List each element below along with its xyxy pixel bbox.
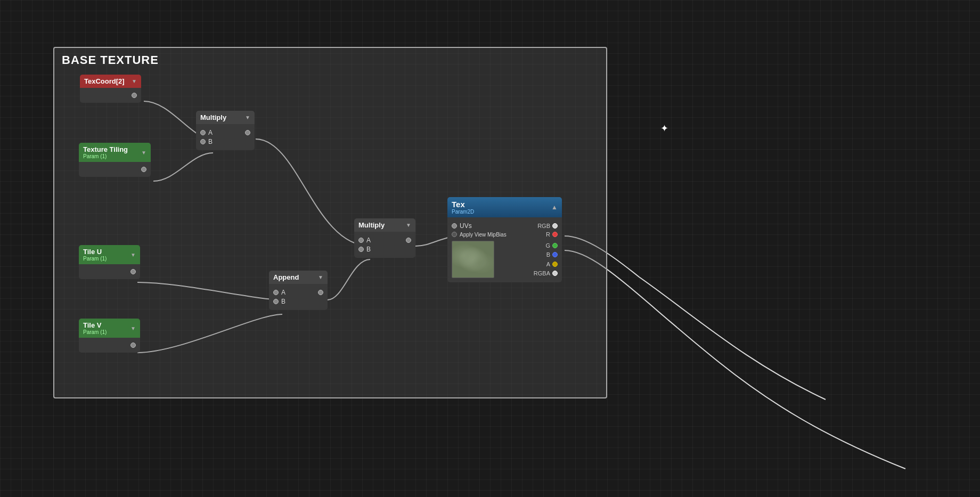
tex-param-rgba-label: RGBA [534,270,550,276]
tex-param-b-out-pin [552,252,558,257]
tile-v-dropdown-icon[interactable]: ▼ [130,325,136,331]
tex-param-rgb-out-pin [552,223,558,229]
tile-u-dropdown-icon[interactable]: ▼ [130,252,136,258]
tex-param-a-label: A [546,261,550,267]
texcoord-out-pin [132,93,137,98]
tile-u-label: Tile U [83,248,107,256]
tex-param-preview [452,241,494,278]
tex-tiling-pin-row [83,167,146,172]
tile-u-pin-row [83,269,136,274]
tile-v-header: Tile V Param (1) ▼ [79,319,140,338]
multiply-bottom-header: Multiply ▼ [354,218,415,232]
cursor: ✦ [660,123,668,134]
append-out-pin [318,290,323,295]
append-header: Append ▼ [269,271,328,284]
tile-v-body [79,338,140,353]
tex-param-output-pins: G B A RGBA [494,241,558,278]
tile-v-sublabel: Param (1) [83,329,107,335]
tile-u-header: Tile U Param (1) ▼ [79,245,140,264]
texcoord-pin-row [84,93,137,98]
multiply-bottom-b-label: B [366,246,371,253]
tex-tiling-body [79,162,151,177]
multiply-top-pin-b-row: B [200,138,250,145]
multiply-bottom-out-pin [406,238,411,243]
node-append[interactable]: Append ▼ A B [269,271,328,310]
node-multiply-bottom[interactable]: Multiply ▼ A B [354,218,415,258]
multiply-bottom-a-label: A [366,237,371,244]
multiply-bottom-body: A B [354,232,415,258]
tex-param-r-label: R [509,231,550,238]
multiply-top-a-label: A [208,129,213,136]
multiply-bottom-pin-b-row: B [358,246,411,253]
multiply-top-dropdown-icon[interactable]: ▼ [245,115,250,120]
tex-param-rgba-out-pin [552,271,558,276]
tex-param-uvs-in-pin [452,223,457,229]
multiply-top-pin-a-row: A [200,129,250,136]
tex-param-g-row: G [496,242,558,249]
append-a-label: A [281,289,285,296]
node-texcoord[interactable]: TexCoord[2] ▼ [80,75,141,103]
texcoord-dropdown-icon[interactable]: ▼ [132,78,137,84]
node-tex-param2d[interactable]: Tex Param2D ▲ UVs RGB Apply View MipBias… [447,197,562,282]
tile-v-label: Tile V [83,321,107,329]
tex-param-body: UVs RGB Apply View MipBias R G B [447,217,562,282]
append-a-in-pin [273,290,279,295]
tex-tiling-dropdown-icon[interactable]: ▼ [141,150,146,156]
tile-u-out-pin [130,269,136,274]
tile-u-body [79,264,140,279]
multiply-bottom-dropdown-icon[interactable]: ▼ [406,222,411,228]
tex-tiling-out-pin [141,167,146,172]
multiply-top-out-pin [245,130,250,135]
multiply-top-b-label: B [208,138,213,145]
tex-param-mipbias-in-pin [452,232,457,237]
tile-v-pin-row [83,343,136,348]
multiply-top-label: Multiply [200,113,226,121]
tex-param-label: Tex [452,200,474,209]
multiply-bottom-b-in-pin [358,247,364,252]
node-tile-u[interactable]: Tile U Param (1) ▼ [79,245,140,279]
append-b-label: B [281,298,285,305]
tex-param-a-row: A [496,261,558,267]
multiply-top-header: Multiply ▼ [196,111,255,124]
tex-param-b-row: B [496,251,558,258]
multiply-top-b-in-pin [200,139,206,144]
tex-param-g-out-pin [552,243,558,248]
tex-tiling-header: Texture Tiling Param (1) ▼ [79,143,151,162]
tex-param-uvs-label: UVs [460,222,472,230]
tile-u-sublabel: Param (1) [83,256,107,262]
texcoord-label: TexCoord[2] [84,77,125,85]
append-body: A B [269,284,328,310]
texcoord-body [80,88,141,103]
multiply-top-a-in-pin [200,130,206,135]
tex-param-mipbias-label: Apply View MipBias [460,232,507,238]
tile-v-out-pin [130,343,136,348]
append-label: Append [273,273,299,281]
append-dropdown-icon[interactable]: ▼ [318,274,323,280]
comment-title: BASE TEXTURE [54,48,606,72]
multiply-bottom-pin-a-row: A [358,237,411,244]
node-tile-v[interactable]: Tile V Param (1) ▼ [79,319,140,353]
tex-param-preview-row: G B A RGBA [452,241,558,278]
tex-param-mipbias-row: Apply View MipBias R [452,231,558,238]
tex-param-g-label: G [545,242,550,249]
tex-tiling-sublabel: Param (1) [83,153,128,159]
texcoord-header: TexCoord[2] ▼ [80,75,141,88]
append-pin-b-row: B [273,298,323,305]
tex-param-rgba-row: RGBA [496,270,558,276]
tex-param-uvs-row: UVs RGB [452,222,558,230]
tex-param-collapse-icon[interactable]: ▲ [551,203,558,211]
tex-param-header: Tex Param2D ▲ [447,197,562,217]
tex-param-a-out-pin [552,262,558,267]
multiply-bottom-label: Multiply [358,221,385,229]
node-texture-tiling[interactable]: Texture Tiling Param (1) ▼ [79,143,151,177]
node-multiply-top[interactable]: Multiply ▼ A B [196,111,255,150]
tex-param-r-out-pin [552,232,558,237]
tex-param-rgb-label: RGB [475,223,550,229]
tex-tiling-label: Texture Tiling [83,145,128,153]
tex-param-b-label: B [546,251,550,258]
multiply-bottom-a-in-pin [358,238,364,243]
tex-param-sublabel: Param2D [452,209,474,215]
append-b-in-pin [273,299,279,304]
append-pin-a-row: A [273,289,323,296]
multiply-top-body: A B [196,124,255,150]
